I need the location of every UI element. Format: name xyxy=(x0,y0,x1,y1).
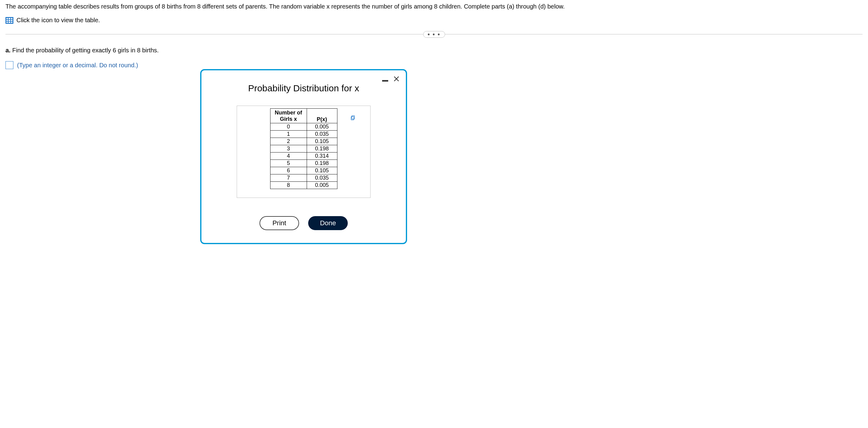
table-container: Number of Girls x P(x) 00.00510.03520.10… xyxy=(237,106,371,198)
cell-x: 6 xyxy=(270,167,307,174)
part-a-text: Find the probability of getting exactly … xyxy=(11,47,159,54)
view-table-label: Click the icon to view the table. xyxy=(17,17,100,24)
cell-x: 8 xyxy=(270,182,307,189)
cell-px: 0.198 xyxy=(307,160,337,167)
header-px: P(x) xyxy=(307,109,337,123)
cell-px: 0.105 xyxy=(307,167,337,174)
table-row: 00.005 xyxy=(270,123,337,131)
answer-input[interactable] xyxy=(5,61,13,69)
table-row: 40.314 xyxy=(270,152,337,160)
svg-rect-2 xyxy=(352,116,354,119)
cell-px: 0.035 xyxy=(307,174,337,182)
cell-px: 0.105 xyxy=(307,138,337,145)
print-button[interactable]: Print xyxy=(259,216,299,230)
table-header-row: Number of Girls x P(x) xyxy=(270,109,337,123)
copy-icon[interactable] xyxy=(350,115,356,122)
dialog-title: Probability Distribution for x xyxy=(214,83,393,93)
cell-px: 0.198 xyxy=(307,145,337,152)
table-icon xyxy=(5,17,13,24)
cell-x: 4 xyxy=(270,152,307,160)
dots-icon: • • • xyxy=(428,31,440,38)
table-row: 20.105 xyxy=(270,138,337,145)
probability-dialog: Probability Distribution for x Number of… xyxy=(200,69,407,244)
part-a-prompt: a. Find the probability of getting exact… xyxy=(5,47,863,54)
section-divider: • • • xyxy=(5,30,863,39)
table-row: 80.005 xyxy=(270,182,337,189)
cell-x: 3 xyxy=(270,145,307,152)
table-row: 60.105 xyxy=(270,167,337,174)
header-x: Number of Girls x xyxy=(270,109,307,123)
done-button[interactable]: Done xyxy=(308,216,348,230)
minimize-icon[interactable] xyxy=(382,80,388,82)
question-intro: The accompanying table describes results… xyxy=(5,3,863,10)
close-icon[interactable] xyxy=(393,75,400,84)
part-a-label: a. xyxy=(5,47,11,54)
probability-table: Number of Girls x P(x) 00.00510.03520.10… xyxy=(270,108,337,189)
cell-x: 7 xyxy=(270,174,307,182)
cell-px: 0.035 xyxy=(307,131,337,138)
answer-instruction: (Type an integer or a decimal. Do not ro… xyxy=(17,62,138,69)
cell-x: 5 xyxy=(270,160,307,167)
cell-px: 0.005 xyxy=(307,182,337,189)
table-row: 50.198 xyxy=(270,160,337,167)
cell-px: 0.314 xyxy=(307,152,337,160)
table-row: 70.035 xyxy=(270,174,337,182)
cell-x: 0 xyxy=(270,123,307,131)
cell-x: 2 xyxy=(270,138,307,145)
cell-x: 1 xyxy=(270,131,307,138)
svg-rect-3 xyxy=(351,117,354,120)
expand-pill[interactable]: • • • xyxy=(423,31,445,38)
header-x-line1: Number of xyxy=(274,110,303,116)
table-row: 30.198 xyxy=(270,145,337,152)
view-table-link[interactable]: Click the icon to view the table. xyxy=(5,17,863,24)
cell-px: 0.005 xyxy=(307,123,337,131)
table-row: 10.035 xyxy=(270,131,337,138)
header-x-line2: Girls x xyxy=(274,116,303,122)
